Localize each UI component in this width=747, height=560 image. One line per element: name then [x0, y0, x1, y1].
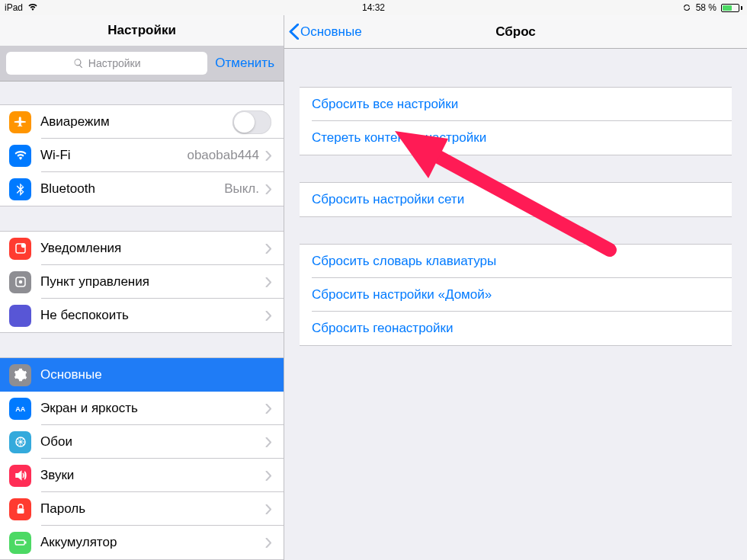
sidebar-group: Основные AA Экран и яркость Обои [0, 357, 284, 560]
lock-icon [9, 498, 31, 520]
sidebar-item-dnd[interactable]: Не беспокоить [0, 299, 284, 332]
option-label: Сбросить настройки «Домой» [312, 287, 492, 302]
settings-sidebar: Настройки Настройки Отменить Авиарежим [0, 15, 284, 560]
status-bar: iPad 14:32 58 % [0, 0, 747, 15]
sidebar-item-wallpaper[interactable]: Обои [0, 425, 284, 459]
sidebar-item-label: Не беспокоить [40, 308, 265, 323]
chevron-right-icon [265, 184, 271, 194]
sidebar-item-label: Звуки [40, 468, 265, 483]
reset-keyboard-dictionary[interactable]: Сбросить словарь клавиатуры [300, 245, 732, 278]
sidebar-item-label: Авиарежим [40, 114, 232, 130]
option-label: Сбросить настройки сети [312, 192, 464, 207]
chevron-right-icon [265, 538, 271, 548]
chevron-right-icon [265, 437, 271, 447]
detail-title: Сброс [495, 24, 536, 40]
back-label: Основные [300, 24, 362, 40]
sidebar-item-value: Выкл. [224, 181, 259, 197]
search-row: Настройки Отменить [0, 46, 284, 82]
battery-settings-icon [9, 532, 31, 554]
display-icon: AA [9, 398, 31, 420]
battery-icon [721, 4, 742, 12]
sidebar-item-label: Bluetooth [40, 181, 224, 197]
wallpaper-icon [9, 431, 31, 453]
sidebar-item-label: Пароль [40, 501, 265, 517]
chevron-right-icon [265, 504, 271, 514]
reset-group-1: Сбросить все настройки Стереть контент и… [300, 87, 732, 155]
airplane-switch[interactable] [232, 110, 271, 134]
sidebar-item-bluetooth[interactable]: Bluetooth Выкл. [0, 172, 284, 206]
sidebar-item-battery[interactable]: Аккумулятор [0, 526, 284, 559]
sidebar-item-value: obaobab444 [187, 148, 259, 163]
notifications-icon [9, 238, 31, 260]
svg-point-1 [21, 243, 25, 248]
option-label: Сбросить геонастройки [312, 321, 454, 336]
reset-group-3: Сбросить словарь клавиатуры Сбросить нас… [300, 244, 732, 346]
chevron-left-icon [289, 24, 299, 40]
search-input[interactable]: Настройки [6, 52, 207, 75]
option-label: Сбросить словарь клавиатуры [312, 254, 496, 269]
option-label: Стереть контент и настройки [312, 130, 486, 146]
wifi-status-icon [27, 0, 38, 15]
sidebar-item-label: Аккумулятор [40, 535, 265, 550]
chevron-right-icon [265, 311, 271, 321]
back-button[interactable]: Основные [284, 24, 362, 40]
option-label: Сбросить все настройки [312, 97, 458, 112]
reset-home-layout[interactable]: Сбросить настройки «Домой» [300, 278, 732, 312]
reset-group-2: Сбросить настройки сети [300, 182, 732, 217]
clock: 14:32 [362, 0, 385, 15]
sidebar-item-general[interactable]: Основные [0, 358, 284, 392]
search-cancel[interactable]: Отменить [215, 56, 277, 71]
detail-nav: Основные Сброс [284, 15, 747, 49]
svg-rect-7 [17, 508, 24, 514]
reset-network-settings[interactable]: Сбросить настройки сети [300, 183, 732, 216]
reset-all-settings[interactable]: Сбросить все настройки [300, 88, 732, 121]
chevron-right-icon [265, 404, 271, 414]
sidebar-item-label: Уведомления [40, 241, 265, 256]
gear-icon [9, 364, 31, 386]
wifi-icon [9, 145, 31, 167]
sidebar-item-notifications[interactable]: Уведомления [0, 232, 284, 265]
sidebar-item-airplane[interactable]: Авиарежим [0, 105, 284, 139]
svg-rect-9 [25, 542, 27, 544]
sidebar-item-wifi[interactable]: Wi-Fi obaobab444 [0, 139, 284, 172]
sync-icon [682, 3, 691, 12]
detail-pane: Основные Сброс Сбросить все настройки Ст… [284, 15, 747, 560]
sidebar-item-control-center[interactable]: Пункт управления [0, 265, 284, 299]
sidebar-item-label: Экран и яркость [40, 401, 265, 416]
moon-icon [9, 305, 31, 327]
sidebar-item-label: Обои [40, 434, 265, 450]
svg-rect-8 [15, 540, 24, 545]
sidebar-item-label: Основные [40, 367, 271, 382]
sidebar-item-passcode[interactable]: Пароль [0, 492, 284, 526]
sidebar-group: Уведомления Пункт управления Не беспокои… [0, 231, 284, 333]
chevron-right-icon [265, 244, 271, 254]
sidebar-group: Авиарежим Wi-Fi obaobab444 Bluetooth Вык… [0, 104, 284, 206]
search-icon [73, 58, 84, 69]
bluetooth-icon [9, 178, 31, 200]
svg-point-3 [18, 280, 22, 284]
sidebar-item-label: Пункт управления [40, 274, 265, 290]
erase-content-and-settings[interactable]: Стереть контент и настройки [300, 121, 732, 155]
reset-location-settings[interactable]: Сбросить геонастройки [300, 312, 732, 345]
sidebar-nav: Настройки [0, 15, 284, 46]
chevron-right-icon [265, 471, 271, 481]
chevron-right-icon [265, 151, 271, 161]
chevron-right-icon [265, 277, 271, 287]
battery-text: 58 % [696, 0, 717, 15]
sidebar-item-label: Wi-Fi [40, 148, 187, 163]
airplane-icon [9, 111, 31, 133]
speaker-icon [9, 465, 31, 487]
sidebar-item-display[interactable]: AA Экран и яркость [0, 392, 284, 425]
sidebar-item-sounds[interactable]: Звуки [0, 459, 284, 492]
sidebar-title: Настройки [107, 23, 176, 38]
control-center-icon [9, 271, 31, 293]
device-label: iPad [5, 0, 23, 15]
search-placeholder: Настройки [88, 57, 141, 69]
svg-text:AA: AA [15, 405, 25, 413]
